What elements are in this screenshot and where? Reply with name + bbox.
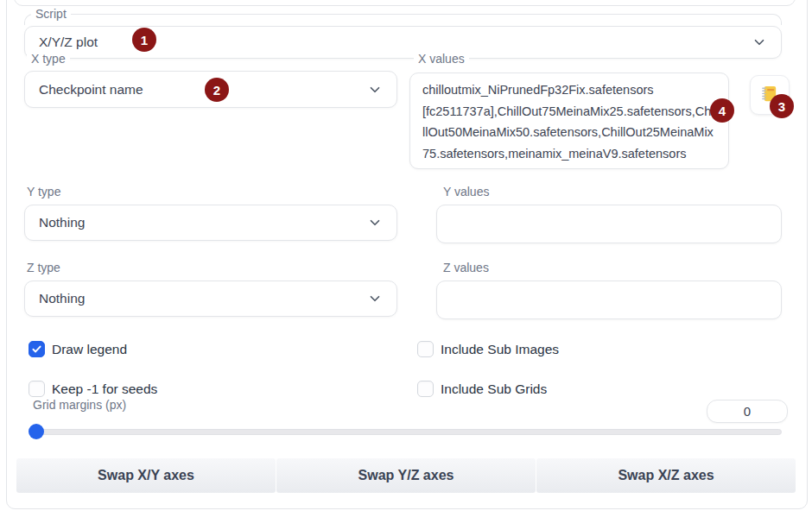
checkbox-box[interactable] (29, 381, 45, 397)
z-type-dropdown[interactable]: Nothing (24, 281, 397, 317)
script-label: Script (31, 8, 71, 21)
z-values-label: Z values (443, 262, 489, 274)
y-values-label: Y values (443, 186, 489, 199)
annotation-badge-3: 3 (770, 94, 794, 118)
y-type-dropdown-value: Nothing (39, 215, 367, 230)
check-icon (31, 344, 42, 355)
include-sub-images-label: Include Sub Images (441, 342, 559, 357)
grid-margins-label: Grid margins (px) (33, 399, 126, 412)
x-values-label: X values (414, 53, 469, 66)
x-type-label: X type (27, 53, 70, 66)
include-sub-grids-label: Include Sub Grids (441, 381, 547, 397)
swap-yz-axes-button[interactable]: Swap Y/Z axes (276, 458, 536, 493)
checkbox-box[interactable] (417, 341, 434, 357)
chevron-down-icon (367, 82, 383, 98)
annotation-badge-2: 2 (205, 78, 229, 102)
chevron-down-icon (367, 215, 383, 230)
include-sub-images-checkbox[interactable]: Include Sub Images (417, 341, 559, 357)
z-type-dropdown-value: Nothing (39, 291, 367, 306)
y-values-input[interactable] (436, 205, 782, 243)
keep-seeds-label: Keep -1 for seeds (52, 381, 157, 397)
y-type-label: Y type (27, 186, 60, 199)
draw-legend-checkbox[interactable]: Draw legend (29, 341, 127, 357)
swap-xy-axes-button[interactable]: Swap X/Y axes (16, 458, 276, 493)
include-sub-grids-checkbox[interactable]: Include Sub Grids (417, 381, 547, 397)
z-type-label: Z type (27, 262, 60, 274)
x-values-textarea[interactable]: chilloutmix_NiPrunedFp32Fix.safetensors … (409, 73, 729, 169)
xyz-plot-script-panel: Script X/Y/Z plot 1 X type X values Chec… (0, 0, 812, 517)
chevron-down-icon (752, 35, 767, 50)
grid-margins-slider-thumb[interactable] (29, 424, 44, 439)
script-fieldset-line (24, 14, 782, 25)
x-type-dropdown-value: Checkpoint name (39, 82, 367, 98)
draw-legend-label: Draw legend (52, 342, 127, 357)
chevron-down-icon (367, 291, 383, 306)
annotation-badge-1: 1 (132, 28, 156, 52)
keep-seeds-checkbox[interactable]: Keep -1 for seeds (29, 381, 157, 397)
annotation-badge-4: 4 (710, 98, 734, 123)
z-values-input[interactable] (436, 281, 782, 319)
y-type-dropdown[interactable]: Nothing (24, 205, 397, 241)
checkbox-box[interactable] (29, 341, 45, 357)
grid-margins-number-input[interactable] (707, 400, 788, 423)
swap-xz-axes-button[interactable]: Swap X/Z axes (536, 458, 796, 493)
grid-margins-slider-track[interactable] (29, 429, 782, 435)
checkbox-box[interactable] (417, 381, 434, 397)
